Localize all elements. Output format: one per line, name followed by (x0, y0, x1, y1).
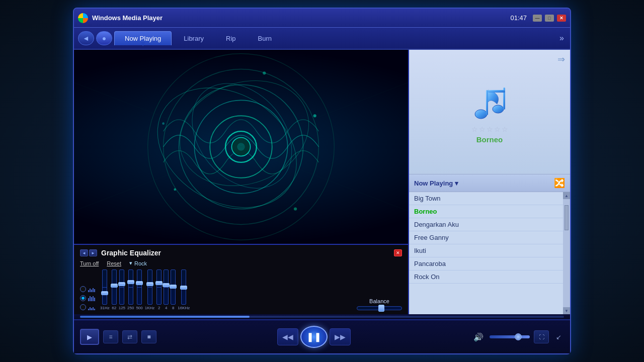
eq-slider-thumb-31hz[interactable] (101, 291, 108, 295)
eq-slider-thumb-500[interactable] (136, 281, 143, 285)
tab-burn[interactable]: Burn (248, 32, 282, 45)
eq-slider-track-16khz (181, 269, 186, 305)
playlist-item-pancaroba[interactable]: Pancaroba (409, 257, 563, 270)
eq-close-button[interactable]: ✕ (394, 249, 402, 256)
playlist-item-bigtown[interactable]: Big Town (409, 192, 563, 205)
eq-slider-track-500 (137, 269, 142, 305)
visualizer (74, 50, 408, 244)
star-1[interactable]: ☆ (471, 125, 478, 133)
fullscreen-button[interactable]: ⛶ (534, 330, 549, 343)
eq-slider-thumb-1khz[interactable] (146, 282, 153, 286)
eq-band-1khz: 1KHz (145, 269, 155, 310)
volume-icon[interactable]: 🔊 (471, 332, 486, 342)
album-art-arrow[interactable]: ⇒ (557, 54, 565, 65)
eq-icon-row-2 (80, 295, 95, 301)
svg-point-14 (294, 207, 297, 210)
eq-icon-row-3 (80, 304, 95, 310)
play-button[interactable]: ▶ (80, 329, 99, 345)
playlist-dropdown[interactable]: Now Playing ▾ (414, 179, 458, 187)
close-button[interactable]: ✕ (557, 15, 566, 22)
eq-balance-track[interactable] (357, 306, 402, 310)
eq-prev-button[interactable]: ◄ (80, 249, 88, 256)
playlist-item-rockon[interactable]: Rock On (409, 270, 563, 284)
eq-band-500: 500 (136, 269, 142, 310)
playlist-item-dengarkan[interactable]: Dengarkan Aku (409, 218, 563, 231)
eq-band-250: 250 (127, 269, 134, 310)
playlist-toggle-button[interactable]: ≡ (103, 330, 118, 343)
svg-point-16 (263, 71, 266, 74)
progress-fill (80, 316, 250, 318)
eq-band-label-31hz: 31Hz (100, 306, 110, 310)
eq-controls-row: Turn off Reset Rock (80, 260, 402, 266)
eq-slider-track-8k (171, 269, 176, 305)
eq-slider-thumb-250[interactable] (127, 280, 134, 284)
playlist-scroll-up[interactable]: ▲ (563, 192, 570, 199)
eq-turnoff-link[interactable]: Turn off (80, 260, 99, 266)
eq-radio-2[interactable] (80, 295, 86, 301)
playlist-section: Now Playing ▾ 🔀 Big Town Borneo Dengarka… (409, 174, 570, 314)
prev-button[interactable]: ◀◀ (277, 328, 298, 345)
eq-preset-dropdown[interactable]: Rock (129, 260, 147, 266)
eq-slider-track-2k (156, 269, 162, 305)
tab-rip[interactable]: Rip (216, 32, 246, 45)
eq-band-icon-1 (88, 286, 95, 292)
eq-band-icon-2 (88, 295, 95, 301)
tab-library[interactable]: Library (174, 32, 214, 45)
eq-slider-track-1khz (147, 269, 152, 305)
main-content: ◄ ► Graphic Equalizer ✕ Turn off Reset R… (74, 50, 570, 314)
volume-slider[interactable] (490, 335, 530, 338)
playlist-dropdown-arrow: ▾ (455, 179, 458, 187)
eq-slider-thumb-62[interactable] (111, 284, 118, 288)
pause-button[interactable]: ❚❚ (300, 326, 328, 348)
eq-slider-track-125 (119, 269, 124, 305)
maximize-button[interactable]: □ (545, 15, 554, 22)
eq-sliders: 31Hz 62 (100, 269, 346, 310)
eq-slider-thumb-2k[interactable] (155, 281, 163, 285)
back-button[interactable]: ◄ (78, 31, 94, 45)
eq-slider-thumb-125[interactable] (118, 282, 125, 286)
playlist-item-freeganny[interactable]: Free Ganny (409, 231, 563, 244)
eq-slider-track-31hz (102, 269, 107, 305)
eq-slider-thumb-16khz[interactable] (180, 286, 187, 290)
eq-sliders-area: 31Hz 62 (80, 269, 402, 310)
tab-now-playing[interactable]: Now Playing (114, 31, 172, 45)
more-button[interactable]: » (557, 34, 566, 43)
forward-button[interactable]: ● (96, 31, 112, 45)
svg-point-15 (162, 122, 165, 125)
eq-slider-thumb-8k[interactable] (170, 285, 177, 289)
resize-button[interactable]: ↙ (553, 331, 564, 342)
star-3[interactable]: ☆ (487, 125, 493, 133)
progress-track[interactable] (80, 316, 564, 318)
playlist-scroll-down[interactable]: ▼ (563, 307, 570, 314)
playlist-scroll-thumb[interactable] (565, 205, 569, 230)
title-bar-time: 01:47 (510, 14, 527, 22)
playlist-icon-right[interactable]: 🔀 (554, 177, 565, 189)
playlist-items: Big Town Borneo Dengarkan Aku Free Ganny… (409, 192, 563, 314)
eq-radio-1[interactable] (80, 286, 86, 292)
star-5[interactable]: ☆ (502, 125, 508, 133)
stop-button[interactable]: ■ (141, 330, 156, 343)
equalizer-panel: ◄ ► Graphic Equalizer ✕ Turn off Reset R… (74, 244, 408, 314)
star-2[interactable]: ☆ (479, 125, 486, 133)
playlist-item-ikuti[interactable]: Ikuti (409, 244, 563, 257)
eq-next-button[interactable]: ► (89, 249, 97, 256)
title-bar-controls: — □ ✕ (533, 15, 566, 22)
eq-slider-track-4k (164, 269, 169, 305)
star-rating: ☆ ☆ ☆ ☆ ☆ (471, 125, 508, 133)
shuffle-button[interactable]: ⇄ (122, 330, 137, 343)
playlist-header-label: Now Playing (414, 179, 453, 187)
next-button[interactable]: ▶▶ (330, 328, 351, 345)
playlist-item-borneo[interactable]: Borneo (409, 205, 563, 218)
eq-reset-link[interactable]: Reset (107, 260, 121, 266)
eq-slider-track-250 (128, 269, 133, 305)
eq-radio-3[interactable] (80, 304, 86, 310)
svg-point-21 (493, 105, 504, 113)
star-4[interactable]: ☆ (494, 125, 501, 133)
eq-header: ◄ ► Graphic Equalizer ✕ (80, 249, 402, 257)
minimize-button[interactable]: — (533, 15, 542, 22)
eq-balance-thumb[interactable] (378, 305, 384, 312)
eq-slider-thumb-4k[interactable] (163, 283, 170, 287)
eq-icon-row-1 (80, 286, 95, 292)
volume-thumb[interactable] (515, 333, 522, 340)
window-title: Windows Media Player (92, 14, 510, 22)
